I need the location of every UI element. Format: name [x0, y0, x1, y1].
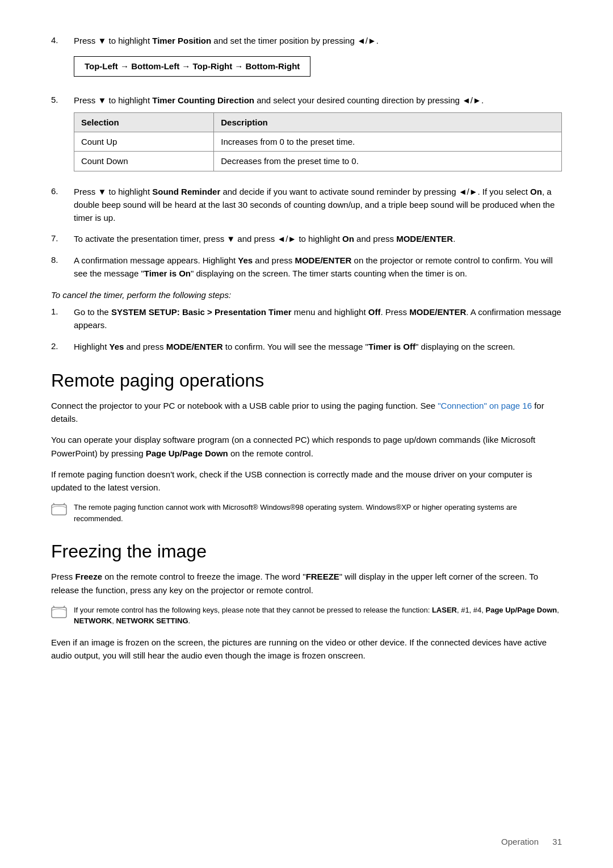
- step-8-content: A confirmation message appears. Highligh…: [74, 254, 562, 280]
- step-6-num: 6.: [51, 185, 74, 225]
- note-icon: [51, 503, 69, 520]
- table-header-selection: Selection: [74, 112, 214, 132]
- freezing-note-text: If your remote control has the following…: [74, 605, 562, 627]
- step-4-content: Press ▼ to highlight Timer Position and …: [74, 34, 562, 86]
- step-8: 8. A confirmation message appears. Highl…: [51, 254, 562, 280]
- step-8-num: 8.: [51, 254, 74, 280]
- step-5-content: Press ▼ to highlight Timer Counting Dire…: [74, 94, 562, 177]
- remote-paging-para-1: Connect the projector to your PC or note…: [51, 399, 562, 426]
- cancel-step-1: 1. Go to the SYSTEM SETUP: Basic > Prese…: [51, 305, 562, 332]
- step-6: 6. Press ▼ to highlight Sound Reminder a…: [51, 185, 562, 225]
- remote-paging-para-3: If remote paging function doesn't work, …: [51, 468, 562, 494]
- timer-position-arrow-box: Top-Left → Bottom-Left → Top-Right → Bot…: [74, 56, 310, 76]
- cancel-step-2-content: Highlight Yes and press MODE/ENTER to co…: [74, 340, 562, 353]
- counting-direction-table: Selection Description Count Up Increases…: [74, 112, 562, 171]
- step-5-num: 5.: [51, 94, 74, 177]
- footer-section: Operation: [501, 837, 539, 846]
- footer-page-number: 31: [552, 837, 562, 846]
- cancel-step-1-content: Go to the SYSTEM SETUP: Basic > Presenta…: [74, 305, 562, 332]
- freezing-para-1: Press Freeze on the remote control to fr…: [51, 570, 562, 597]
- table-row: Count Down Decreases from the preset tim…: [74, 152, 562, 171]
- page: 4. Press ▼ to highlight Timer Position a…: [0, 0, 613, 868]
- freezing-heading: Freezing the image: [51, 541, 562, 562]
- step-5: 5. Press ▼ to highlight Timer Counting D…: [51, 94, 562, 177]
- freezing-extra-para: Even if an image is frozen on the screen…: [51, 636, 562, 662]
- step-7: 7. To activate the presentation timer, p…: [51, 232, 562, 245]
- connection-link[interactable]: "Connection" on page 16: [438, 401, 532, 410]
- step-4: 4. Press ▼ to highlight Timer Position a…: [51, 34, 562, 86]
- note-icon-2: [51, 606, 69, 623]
- table-cell-count-down-desc: Decreases from the preset time to 0.: [214, 152, 562, 171]
- table-cell-count-up-label: Count Up: [74, 132, 214, 152]
- cancel-step-1-num: 1.: [51, 305, 74, 332]
- cancel-step-2-num: 2.: [51, 340, 74, 353]
- remote-paging-heading: Remote paging operations: [51, 370, 562, 391]
- footer-separator: [543, 837, 548, 846]
- remote-paging-para-2: You can operate your display software pr…: [51, 433, 562, 460]
- step-7-num: 7.: [51, 232, 74, 245]
- step-7-content: To activate the presentation timer, pres…: [74, 232, 562, 245]
- table-row: Count Up Increases from 0 to the preset …: [74, 132, 562, 152]
- table-header-description: Description: [214, 112, 562, 132]
- footer: Operation 31: [51, 837, 562, 846]
- freezing-note: If your remote control has the following…: [51, 605, 562, 627]
- table-cell-count-up-desc: Increases from 0 to the preset time.: [214, 132, 562, 152]
- step-6-content: Press ▼ to highlight Sound Reminder and …: [74, 185, 562, 225]
- cancel-step-2: 2. Highlight Yes and press MODE/ENTER to…: [51, 340, 562, 353]
- cancel-heading: To cancel the timer, perform the followi…: [51, 290, 562, 300]
- step-4-num: 4.: [51, 34, 74, 86]
- table-cell-count-down-label: Count Down: [74, 152, 214, 171]
- remote-paging-note-text: The remote paging function cannot work w…: [74, 502, 562, 524]
- remote-paging-note: The remote paging function cannot work w…: [51, 502, 562, 524]
